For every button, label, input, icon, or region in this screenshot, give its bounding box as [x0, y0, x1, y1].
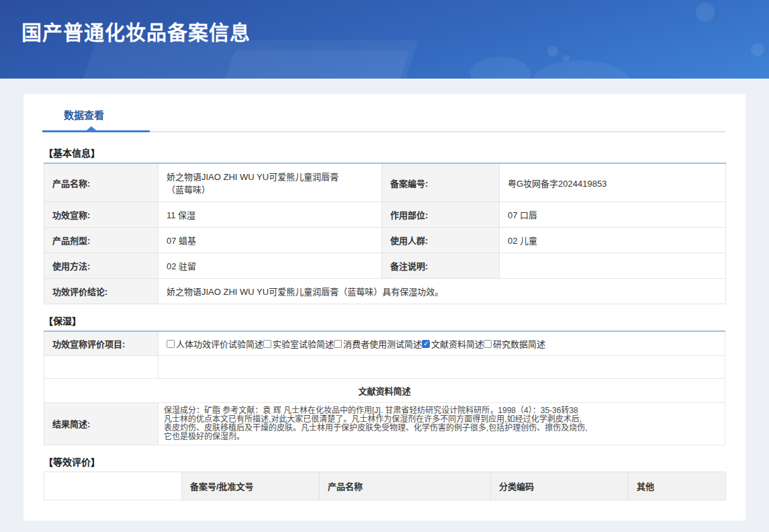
banner-decoration-circle [563, 55, 570, 62]
tab-underline [44, 130, 725, 132]
field-label: 产品剂型: [44, 228, 159, 253]
table-row: 结果简述: 保湿成分：矿脂 参考文献：袁 辉 凡士林在化妆品中的作用[J]. 甘… [44, 403, 725, 445]
field-value-dosage-form: 07 蜡基 [159, 228, 382, 253]
checkbox-literature-summary[interactable]: 文献资料简述 [422, 337, 484, 350]
result-summary-cell: 保湿成分：矿脂 参考文献：袁 辉 凡士林在化妆品中的作用[J]. 甘肃省轻纺研究… [159, 403, 725, 445]
checkbox-laboratory-test[interactable]: 实验室试验简述 [263, 337, 334, 350]
checkbox-label: 消费者使用测试简述 [343, 337, 422, 350]
checkbox-icon [334, 340, 342, 348]
evaluation-items-cell: 人体功效评价试验简述 实验室试验简述 消费者使用测试简述 文献资料简述 [159, 331, 725, 356]
empty-cell [159, 356, 725, 379]
field-value-target-users: 02 儿童 [500, 228, 726, 253]
empty-cell [44, 356, 159, 379]
checkbox-consumer-test[interactable]: 消费者使用测试简述 [334, 337, 422, 350]
field-label: 使用方法: [44, 253, 159, 279]
banner-decoration [209, 50, 410, 79]
checkbox-research-data[interactable]: 研究数据简述 [484, 337, 545, 350]
literature-summary-header: 文献资料简述 [44, 379, 725, 403]
moisturizing-table: 功效宣称评价项目: 人体功效评价试验简述 实验室试验简述 [44, 330, 725, 445]
field-label: 备案编号: [382, 163, 500, 202]
table-row: 产品名称: 娇之物语JIAO ZHI WU YU可爱熊儿童润唇膏 （蓝莓味） 备… [44, 163, 726, 202]
field-label: 使用人群: [382, 228, 500, 253]
table-row: 使用方法: 02 驻留 备注说明: [44, 253, 726, 279]
table-row: 文献资料简述 [44, 379, 725, 403]
content-card: 数据查看 【基本信息】 产品名称: 娇之物语JIAO ZHI WU YU可爱熊儿… [24, 94, 745, 521]
field-value-filing-number: 粤G妆网备字2024419853 [500, 163, 726, 202]
column-header-classification-code: 分类编码 [491, 472, 629, 500]
page-banner: 国产普通化妆品备案信息 [0, 0, 769, 79]
banner-decoration-circle [547, 46, 558, 56]
field-label: 功效宣称评价项目: [44, 331, 159, 356]
table-row: 功效宣称评价项目: 人体功效评价试验简述 实验室试验简述 [44, 331, 725, 356]
column-header-other: 其他 [629, 472, 726, 500]
table-header-row: 备案号/批准文号 产品名称 分类编码 其他 [44, 472, 726, 500]
equivalence-table: 备案号/批准文号 产品名称 分类编码 其他 [44, 472, 726, 500]
section-title-equivalence: 【等效评价】 [44, 455, 725, 468]
checkbox-label: 研究数据简述 [493, 337, 545, 350]
column-header-product-name: 产品名称 [320, 472, 491, 500]
field-value-efficacy-claim: 11 保湿 [159, 202, 382, 228]
checkbox-human-efficacy-test[interactable]: 人体功效评价试验简述 [167, 337, 263, 350]
banner-decoration-circle [751, 43, 764, 56]
basic-info-table: 产品名称: 娇之物语JIAO ZHI WU YU可爱熊儿童润唇膏 （蓝莓味） 备… [44, 163, 726, 304]
table-row: 功效宣称: 11 保湿 作用部位: 07 口唇 [44, 202, 726, 228]
field-label: 产品名称: [44, 163, 159, 202]
checkbox-label: 实验室试验简述 [273, 337, 334, 350]
checkbox-icon [422, 340, 430, 348]
banner-decoration-circle [531, 60, 631, 79]
field-value-remarks [500, 253, 726, 279]
field-value-application-site: 07 口唇 [500, 202, 726, 228]
banner-decoration-circle [696, 3, 715, 21]
column-header-empty [44, 472, 182, 500]
checkbox-icon [484, 340, 492, 348]
section-title-basic-info: 【基本信息】 [44, 146, 725, 159]
table-row-empty [44, 356, 725, 379]
column-header-filing-approval-number: 备案号/批准文号 [182, 472, 320, 500]
field-value-efficacy-conclusion: 娇之物语JIAO ZHI WU YU可爱熊儿童润唇膏（蓝莓味）具有保湿功效。 [159, 279, 726, 304]
field-label: 功效评价结论: [44, 279, 159, 304]
tab-bar: 数据查看 [44, 107, 725, 132]
table-row: 功效评价结论: 娇之物语JIAO ZHI WU YU可爱熊儿童润唇膏（蓝莓味）具… [44, 279, 726, 304]
checkbox-label: 文献资料简述 [431, 337, 484, 350]
table-row: 产品剂型: 07 蜡基 使用人群: 02 儿童 [44, 228, 726, 253]
field-value-product-name: 娇之物语JIAO ZHI WU YU可爱熊儿童润唇膏 （蓝莓味） [159, 163, 382, 202]
checkbox-icon [263, 340, 271, 348]
tab-underline-active [42, 130, 150, 132]
tab-data-view[interactable]: 数据查看 [64, 107, 104, 130]
page-title: 国产普通化妆品备案信息 [21, 16, 251, 46]
checkbox-label: 人体功效评价试验简述 [176, 337, 263, 350]
checkbox-icon [167, 340, 175, 348]
field-label: 备注说明: [382, 253, 500, 279]
tab-active-arrow-icon [87, 126, 96, 130]
page-body: 数据查看 【基本信息】 产品名称: 娇之物语JIAO ZHI WU YU可爱熊儿… [0, 79, 769, 532]
checkbox-group: 人体功效评价试验简述 实验室试验简述 消费者使用测试简述 文献资料简述 [167, 337, 717, 350]
result-summary-text: 保湿成分：矿脂 参考文献：袁 辉 凡士林在化妆品中的作用[J]. 甘肃省轻纺研究… [164, 406, 719, 441]
section-title-moisturizing: 【保湿】 [44, 314, 725, 327]
field-label: 结果简述: [44, 403, 159, 445]
field-value-usage-method: 02 驻留 [159, 253, 382, 279]
banner-decoration-circle [470, 56, 531, 79]
field-label: 作用部位: [382, 202, 500, 228]
field-label: 功效宣称: [44, 202, 159, 228]
